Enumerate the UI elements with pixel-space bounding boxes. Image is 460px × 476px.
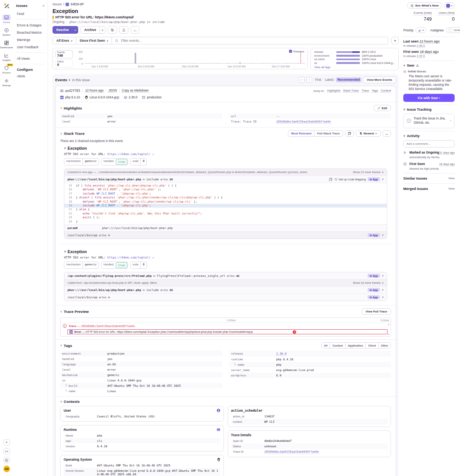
events-nav-first[interactable]: First: [314, 77, 323, 82]
trace-error-row[interactable]: php Error — HTTP 503 error for URL: http…: [67, 329, 388, 334]
next-event-button[interactable]: ›: [306, 77, 312, 83]
view-similar-link[interactable]: View: [448, 177, 455, 180]
sidebar-item-breached-metrics[interactable]: Breached Metrics: [16, 29, 44, 36]
breadcrumb-issue-id[interactable]: 84EM-6P: [71, 2, 84, 6]
copy-icon[interactable]: [329, 178, 332, 181]
whats-new-button[interactable]: See What's New: [407, 2, 442, 9]
archive-dropdown[interactable]: ▾: [100, 26, 105, 34]
collapse-icon[interactable]: ∨: [60, 400, 62, 403]
tag-summary-row[interactable]: os100% Linux 6.8.0-1044-g...: [314, 61, 395, 65]
collapse-icon[interactable]: ∨: [60, 310, 62, 313]
view-more-events-button[interactable]: View More Events: [363, 77, 396, 83]
jump-link-tags[interactable]: Tags: [372, 89, 378, 93]
collapse-icon[interactable]: ∨: [403, 64, 405, 67]
sidebar-item-all-views[interactable]: All Views: [16, 55, 44, 62]
assignee-select[interactable]: Unassigned ▾: [446, 27, 460, 33]
events-dropdown[interactable]: Events∨: [55, 78, 70, 82]
rail-item-explore[interactable]: Explore: [0, 27, 13, 36]
release-link[interactable]: 2.30.0: [417, 44, 425, 48]
sidebar-item-warnings[interactable]: Warnings: [16, 36, 44, 43]
add-icon[interactable]: [3, 457, 10, 463]
jump-link-stack-trace[interactable]: Stack Trace: [343, 89, 359, 93]
view-all-tags-link[interactable]: View all tags: [314, 65, 395, 69]
trace-scrollbar[interactable]: ▲▼: [387, 323, 390, 335]
activity-time[interactable]: 18 days ago: [439, 162, 455, 166]
related-issues-button[interactable]: [345, 130, 354, 137]
exception-url-link[interactable]: https://84em.com/toptal/: [107, 256, 151, 259]
segment-full-stack-trace[interactable]: Full Stack Trace: [314, 131, 342, 136]
avatar[interactable]: AM: [3, 466, 10, 472]
activity-time[interactable]: 11 days ago: [439, 151, 455, 155]
tag-filter-all[interactable]: All: [322, 343, 330, 348]
expand-frame-icon[interactable]: ∨: [382, 296, 384, 299]
tag-filter-other[interactable]: Other: [378, 343, 391, 348]
chart-tab-users[interactable]: Users0: [55, 59, 73, 67]
view-full-trace-button[interactable]: View Full Trace: [362, 308, 391, 315]
rail-item-insights[interactable]: Insights: [0, 52, 13, 61]
segment-most-relevant[interactable]: Most Relevant: [288, 131, 314, 136]
tag-filter-custom[interactable]: Custom: [330, 343, 345, 348]
stat-label[interactable]: Events (total): [414, 11, 432, 15]
more-actions-button[interactable]: …: [131, 26, 140, 34]
frame-header[interactable]: phar:///usr/local/bin/wp/php/boot-phar.p…: [64, 286, 387, 293]
external-link-icon[interactable]: ↗: [152, 152, 154, 156]
search-input[interactable]: [120, 38, 385, 43]
collapse-icon[interactable]: ∨: [60, 344, 62, 347]
archive-button[interactable]: Archive: [80, 26, 100, 34]
rail-item-settings[interactable]: Settings: [0, 78, 13, 87]
frame-header[interactable]: /usr/local/bin/wp at line 4 In App ∨: [64, 231, 387, 239]
frame-header[interactable]: phar:///usr/local/bin/wp/php/boot-phar.p…: [64, 175, 387, 183]
collapsed-frames-row[interactable]: Crashed in non-app — ...r/vendor/woocomm…: [64, 169, 387, 175]
jump-link-trace[interactable]: Trace: [361, 89, 369, 93]
collapse-icon[interactable]: ∨: [64, 250, 66, 253]
sidebar-item-user-feedback[interactable]: User Feedback: [16, 43, 44, 51]
event-chip[interactable]: 2.30.0: [124, 96, 138, 99]
tag-summary-row[interactable]: os.name100% Linux: [314, 57, 395, 61]
merged-issues-row[interactable]: Merged Issues View: [403, 187, 455, 191]
sentry-logo[interactable]: [3, 3, 10, 9]
event-chip[interactable]: Linux 6.8.0-1044-gcp: [85, 95, 119, 99]
collapse-icon[interactable]: ∨: [60, 106, 62, 110]
view-merged-link[interactable]: View: [448, 187, 455, 190]
releases-checkbox[interactable]: ✓Releases: [289, 50, 304, 53]
external-link-icon[interactable]: ↗: [152, 256, 154, 259]
value-link[interactable]: 205d9d8bc3ad4156aa16ab4d50ffad4e: [264, 450, 319, 454]
collapse-icon[interactable]: ∨: [403, 134, 405, 137]
environment-select[interactable]: All Envs▾: [53, 37, 76, 44]
expand-frame-icon[interactable]: ∨: [382, 274, 384, 277]
rail-item-issues[interactable]: Issues: [0, 15, 13, 23]
exception-url-link[interactable]: https://84em.com/toptal/: [107, 152, 151, 156]
value-link[interactable]: 2.30.0: [276, 352, 287, 356]
fix-with-seer-button[interactable]: Fix with Seer ›: [403, 94, 455, 102]
trace-root-row[interactable]: 1 Trace — 205d9d8bc3ad4156aa16ab4d50ffad…: [61, 323, 391, 329]
frame-header[interactable]: /wp-content/plugins/flying-press/src/Pre…: [64, 272, 387, 279]
rail-item-dashboards[interactable]: Dashboards: [0, 40, 13, 49]
collapse-frame-icon[interactable]: ∧: [382, 178, 384, 181]
comment-input[interactable]: [403, 140, 455, 147]
collapse-icon[interactable]: ∨: [64, 147, 66, 150]
stat-label[interactable]: Users (90d): [439, 11, 455, 15]
stack-trace-more-button[interactable]: …: [383, 130, 391, 137]
events-nav-latest[interactable]: Latest: [324, 77, 335, 82]
json-link[interactable]: JSON: [108, 89, 117, 93]
date-range-select[interactable]: Since First Seen▾: [76, 37, 112, 44]
sidebar-item-errors-outages[interactable]: Errors & Outages: [16, 21, 44, 29]
issue-tracking-card[interactable]: i Track this issue in Jira, GitHub, etc.…: [403, 114, 455, 128]
event-chip[interactable]: phpphp 8.4.10: [60, 96, 80, 99]
user-menu[interactable]: ▾: [444, 2, 455, 9]
similar-issues-row[interactable]: Similar Issues View: [403, 177, 455, 180]
collapse-icon[interactable]: ∨: [60, 132, 62, 135]
jump-link-highlights[interactable]: Highlights: [327, 89, 340, 93]
help-icon[interactable]: ?: [3, 439, 10, 446]
sort-button[interactable]: ⇅ Newest▾: [356, 130, 381, 137]
frame-header[interactable]: /usr/local/bin/wpat line4In App∨: [64, 293, 387, 301]
prev-event-button[interactable]: ‹: [299, 77, 305, 83]
collapse-icon[interactable]: ∨: [403, 108, 405, 111]
expand-frame-icon[interactable]: ∨: [382, 234, 384, 237]
collapse-sidebar-icon[interactable]: «: [43, 4, 44, 8]
jump-link-context[interactable]: Context: [381, 89, 391, 93]
breadcrumb-issues-link[interactable]: Issues: [53, 2, 62, 6]
tag-filter-client[interactable]: Client: [365, 343, 378, 348]
release-link[interactable]: 2.22.0: [417, 54, 425, 58]
edit-highlights-button[interactable]: Edit: [374, 105, 391, 111]
